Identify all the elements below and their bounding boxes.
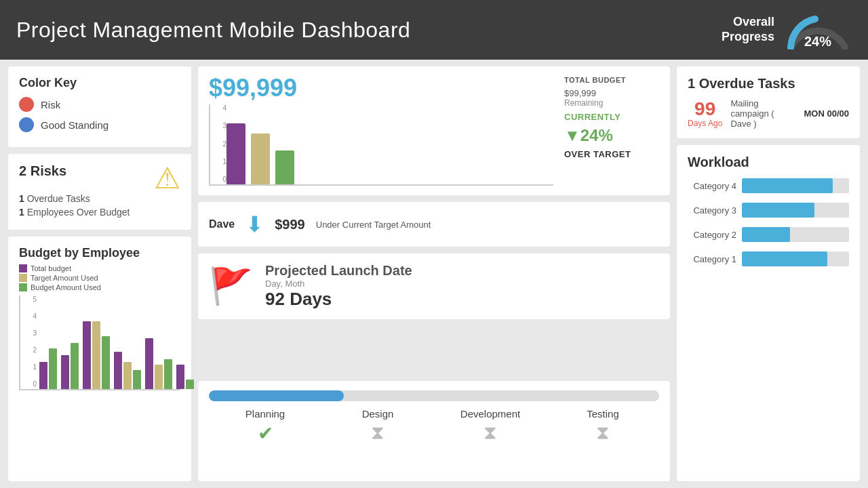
- key-item-good: Good Standing: [19, 117, 180, 132]
- stage-testing-label: Testing: [547, 408, 659, 420]
- currently-pct: ▼24%: [564, 126, 659, 145]
- budget-bar-1: [226, 123, 245, 184]
- gauge-chart: 24%: [784, 10, 852, 49]
- workload-bar-fill-2: [742, 227, 790, 242]
- bar-purple: [176, 365, 184, 389]
- launch-card: 🚩 Projected Launch Date Day, Moth 92 Day…: [198, 253, 670, 319]
- overdue-title: 1 Overdue Tasks: [688, 76, 849, 92]
- risk-dot: [19, 97, 34, 112]
- legend-box-tan: [19, 274, 27, 282]
- budget-y-axis: 0 1 2 3 4: [210, 104, 226, 184]
- workload-bars: Category 4 Category 3 Category 2: [688, 178, 849, 266]
- budget-chart: 0 1 2 3 4 5: [19, 296, 180, 390]
- bar-group-2: [61, 343, 79, 389]
- dave-name: Dave: [209, 218, 235, 230]
- progress-bar-fill: [209, 390, 344, 401]
- workload-title: Workload: [688, 155, 849, 170]
- risk-row-1: 1 Overdue Tasks: [19, 193, 180, 204]
- budget-remaining-label: Remaining: [564, 98, 659, 108]
- workload-cat2-label: Category 2: [688, 230, 736, 240]
- stage-development-icon: ⧗: [434, 422, 547, 445]
- risk-label: Risk: [41, 99, 60, 110]
- overdue-row: 99 Days Ago Mailing campaign ( Dave ) MO…: [688, 98, 849, 129]
- workload-cat4-label: Category 4: [688, 181, 736, 191]
- budget-chart-area: $99,999 0 1 2 3 4: [209, 76, 553, 186]
- stage-development: Development ⧗: [434, 408, 547, 445]
- budget-employee-card: Budget by Employee Total budget Target A…: [8, 237, 191, 481]
- task-date: MON 00/00: [804, 108, 849, 119]
- risks-title: 2 Risks: [19, 163, 66, 179]
- task-name: Mailing campaign ( Dave ): [730, 98, 795, 129]
- stage-design-icon: ⧗: [321, 422, 434, 445]
- good-label: Good Standing: [41, 119, 108, 131]
- workload-cat1-label: Category 1: [688, 254, 736, 264]
- risk-row-2: 1 Employees Over Budget: [19, 207, 180, 218]
- budget-info: TOTAL BUDGET $99,999 Remaining CURRENTLY…: [564, 76, 659, 186]
- budget-bar-3: [275, 150, 294, 184]
- days-num: 99: [688, 100, 722, 119]
- workload-bar-bg-1: [742, 251, 849, 266]
- legend-total: Total budget: [19, 264, 180, 272]
- stage-planning-icon: ✔: [209, 422, 321, 445]
- flag-icon: 🚩: [209, 266, 253, 307]
- stage-testing: Testing ⧗: [547, 408, 659, 445]
- stages-list: Planning ✔ Design ⧗ Development ⧗ Testin…: [209, 408, 659, 445]
- workload-cat3-label: Category 3: [688, 205, 736, 216]
- dave-card: Dave ⬇ $999 Under Current Target Amount: [198, 202, 670, 247]
- bar-green: [71, 343, 79, 389]
- workload-bar-fill-1: [742, 251, 827, 266]
- bar-tan: [123, 362, 132, 389]
- workload-row-3: Category 3: [688, 203, 849, 218]
- right-column: 1 Overdue Tasks 99 Days Ago Mailing camp…: [677, 66, 860, 481]
- bar-group-4: [114, 352, 141, 389]
- risks-card: 2 Risks ⚠ 1 Overdue Tasks 1 Employees Ov…: [8, 154, 191, 230]
- mid-column: $99,999 0 1 2 3 4 TOTAL BUDGET: [198, 66, 670, 374]
- stage-planning: Planning ✔: [209, 408, 321, 445]
- budget-employee-title: Budget by Employee: [19, 246, 180, 260]
- key-item-risk: Risk: [19, 97, 180, 112]
- dave-amount: $999: [275, 217, 305, 232]
- budget-card: $99,999 0 1 2 3 4 TOTAL BUDGET: [198, 66, 670, 195]
- workload-bar-fill-3: [742, 203, 814, 218]
- launch-days: 92 Days: [265, 289, 412, 310]
- overall-progress: OverallProgress 24%: [722, 10, 852, 49]
- days-text: Days Ago: [688, 119, 722, 128]
- workload-bar-bg-2: [742, 227, 849, 242]
- bar-group-6: [176, 365, 194, 389]
- workload-card: Workload Category 4 Category 3 Category …: [677, 145, 860, 481]
- bar-group-1: [39, 348, 57, 389]
- budget-amount: $99,999: [209, 76, 553, 100]
- bar-purple: [61, 355, 69, 389]
- launch-title: Projected Launch Date: [265, 263, 412, 279]
- color-key-title: Color Key: [19, 76, 180, 90]
- stage-design-label: Design: [321, 408, 434, 420]
- bar-green: [186, 380, 194, 389]
- bar-purple: [114, 352, 122, 389]
- color-key-card: Color Key Risk Good Standing: [8, 66, 191, 147]
- bar-purple: [83, 321, 91, 389]
- stages-card: Planning ✔ Design ⧗ Development ⧗ Testin…: [198, 381, 670, 481]
- main-content: Color Key Risk Good Standing 2 Risks ⚠ 1…: [0, 60, 868, 488]
- progress-label: OverallProgress: [722, 15, 774, 44]
- budget-bar-2: [251, 134, 270, 184]
- workload-row-1: Category 1: [688, 251, 849, 266]
- bar-group-5: [145, 338, 172, 389]
- stage-development-label: Development: [434, 408, 547, 420]
- bar-green: [49, 348, 57, 389]
- legend-budget: Budget Amount Used: [19, 283, 180, 291]
- bar-group-3: [83, 321, 110, 389]
- chart-legend: Total budget Target Amount Used Budget A…: [19, 264, 180, 291]
- bar-green: [102, 336, 110, 389]
- workload-row-2: Category 2: [688, 227, 849, 242]
- overdue-card: 1 Overdue Tasks 99 Days Ago Mailing camp…: [677, 66, 860, 138]
- legend-box-purple: [19, 264, 27, 272]
- workload-bar-bg-4: [742, 178, 849, 193]
- legend-box-green: [19, 283, 27, 291]
- bar-tan: [155, 365, 163, 389]
- y-axis: 0 1 2 3 4 5: [20, 296, 37, 389]
- stage-planning-label: Planning: [209, 408, 321, 420]
- currently-label: CURRENTLY: [564, 112, 659, 122]
- warning-icon: ⚠: [154, 163, 180, 193]
- legend-target: Target Amount Used: [19, 274, 180, 282]
- bar-tan: [92, 321, 100, 389]
